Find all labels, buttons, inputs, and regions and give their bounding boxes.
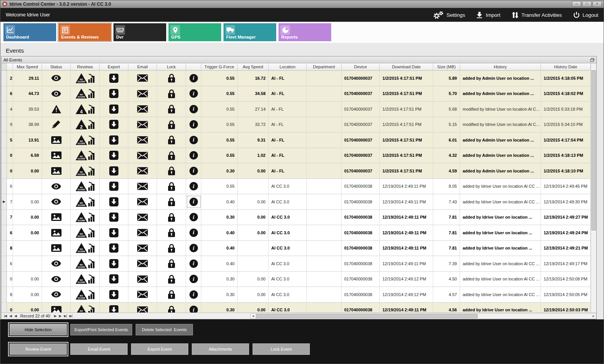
info-icon[interactable]: i <box>189 275 198 283</box>
review-score-icon[interactable]: NOSCORE <box>76 197 87 207</box>
review-score-icon[interactable]: 2 <box>76 119 87 129</box>
attachments-button[interactable]: Attachments <box>192 343 249 355</box>
horizontal-scrollbar-thumb[interactable] <box>256 314 478 318</box>
export-icon[interactable] <box>109 182 118 191</box>
review-score-icon[interactable]: NOSCORE <box>76 259 87 269</box>
export-icon[interactable] <box>109 89 118 98</box>
logout-action[interactable]: Logout <box>573 12 598 18</box>
review-score-icon[interactable]: 4 <box>76 104 87 114</box>
review-event-button[interactable]: Review Event <box>10 343 67 355</box>
table-row[interactable]: 644.73NOSCOREi0.5534.58Al - FL0170400000… <box>2 86 591 102</box>
review-chart-icon[interactable] <box>88 166 95 176</box>
settings-action[interactable]: Settings <box>433 11 465 19</box>
review-score-icon[interactable]: NOSCORE <box>76 212 87 222</box>
email-icon[interactable] <box>137 152 148 159</box>
scroll-left-arrow-icon[interactable]: ◂ <box>251 314 256 318</box>
review-chart-icon[interactable] <box>88 259 95 268</box>
info-icon[interactable]: i <box>189 105 198 113</box>
export-icon[interactable] <box>109 166 118 176</box>
lock-icon[interactable] <box>168 228 175 237</box>
email-icon[interactable] <box>137 245 148 252</box>
table-row[interactable]: 00.00NOSCOREi0.300.00Al CC 3.00170400000… <box>2 272 591 287</box>
table-row[interactable]: 00.00NOSCOREi0.300.00Al - FL017040000037… <box>2 163 591 179</box>
lock-icon[interactable] <box>168 89 175 98</box>
review-chart-icon[interactable] <box>88 135 95 145</box>
table-row[interactable]: 8NOSCOREi0.40Al CC 3.001704000003812/19/… <box>2 241 591 256</box>
tab-gps[interactable]: GPS <box>168 23 221 41</box>
info-icon[interactable]: i <box>189 306 198 312</box>
export-icon[interactable] <box>109 135 118 145</box>
table-row[interactable]: 439.534i0.5527.14Al - FL0170400000371/2/… <box>2 101 591 117</box>
tab-dashboard[interactable]: Dashboard <box>3 23 56 41</box>
review-score-icon[interactable]: NOSCORE <box>76 181 87 191</box>
export-icon[interactable] <box>109 197 118 206</box>
export-icon[interactable] <box>109 74 118 83</box>
review-chart-icon[interactable] <box>88 151 95 160</box>
tab-dvr[interactable]: Dvr <box>113 23 166 41</box>
review-score-icon[interactable]: NOSCORE <box>76 73 87 83</box>
info-icon[interactable]: i <box>189 182 198 190</box>
review-score-icon[interactable]: NOSCORE <box>76 228 87 238</box>
lock-icon[interactable] <box>168 73 175 83</box>
email-event-button[interactable]: Email Event <box>70 343 128 355</box>
info-icon[interactable]: i <box>189 167 198 175</box>
column-header-device[interactable]: Device <box>342 63 380 70</box>
info-icon[interactable]: i <box>189 136 198 144</box>
email-icon[interactable] <box>137 183 148 190</box>
maximize-button[interactable]: □ <box>582 1 591 7</box>
table-row[interactable]: 6NOSCOREi0.40Al CC 3.001704000003812/19/… <box>2 256 591 272</box>
column-header-size-mb[interactable]: Size (MB) <box>433 63 460 70</box>
review-chart-icon[interactable] <box>88 228 95 237</box>
review-chart-icon[interactable] <box>88 274 95 283</box>
column-header-reviews[interactable]: Reviews <box>71 63 100 70</box>
email-icon[interactable] <box>137 167 148 174</box>
export-icon[interactable] <box>109 259 118 268</box>
close-button[interactable]: × <box>593 1 602 7</box>
lock-icon[interactable] <box>168 213 175 222</box>
email-icon[interactable] <box>137 74 148 82</box>
export-icon[interactable] <box>109 274 118 283</box>
lock-icon[interactable] <box>168 166 175 176</box>
lock-event-button[interactable]: Lock Event <box>253 343 310 355</box>
column-header-max-speed[interactable]: Max Speed <box>13 63 42 70</box>
minimize-button[interactable]: – <box>572 1 581 7</box>
review-score-icon[interactable]: NOSCORE <box>76 305 87 312</box>
export-icon[interactable] <box>109 105 118 114</box>
email-icon[interactable] <box>137 275 148 283</box>
lock-icon[interactable] <box>168 274 175 284</box>
pager-nav-button[interactable]: ▶ <box>54 314 56 318</box>
info-icon[interactable]: i <box>189 290 198 299</box>
tab-events-reviews[interactable]: Events & Reviews <box>58 23 111 41</box>
review-chart-icon[interactable] <box>88 105 95 114</box>
table-row[interactable]: 70.00NOSCOREi0.300.00Al CC 3.00170400000… <box>2 210 591 225</box>
info-icon[interactable]: i <box>189 120 198 129</box>
email-icon[interactable] <box>137 121 148 128</box>
review-chart-icon[interactable] <box>88 74 95 83</box>
pager-nav-button[interactable]: ▶| <box>70 314 72 318</box>
lock-icon[interactable] <box>168 135 175 145</box>
column-header-email[interactable]: Email <box>128 63 157 70</box>
review-score-icon[interactable]: NOSCORE <box>76 290 87 300</box>
column-header-trigger-g-force[interactable]: Trigger G-Force <box>201 63 238 70</box>
table-row[interactable]: 513.91NOSCOREi0.559.31Al - FL01704000003… <box>2 132 591 148</box>
column-header-download-date[interactable]: Download Date <box>380 63 433 70</box>
column-header-avg-speed[interactable]: Avg Speed <box>238 63 269 70</box>
lock-icon[interactable] <box>168 182 175 191</box>
column-header-history[interactable]: History <box>460 63 541 70</box>
column-header-history-date[interactable]: History Date <box>541 63 591 70</box>
export-icon[interactable] <box>109 213 118 222</box>
transfer-activities-action[interactable]: Transfer Activities <box>512 12 562 18</box>
column-header-department[interactable]: Department <box>307 63 342 70</box>
lock-icon[interactable] <box>168 290 175 299</box>
lock-icon[interactable] <box>168 305 175 312</box>
pager-nav-button[interactable]: ▶| <box>64 314 66 318</box>
table-row[interactable]: 00.00NOSCOREi0.300.00Al CC 3.00170400000… <box>2 303 591 313</box>
pager-nav-button[interactable]: |◀ <box>4 314 6 318</box>
export-print-selected-events-button[interactable]: Export/Print Selected Events <box>70 324 132 335</box>
email-icon[interactable] <box>137 306 148 312</box>
table-row[interactable]: 60.00NOSCOREi0.400.00Al CC 3.00170400000… <box>2 225 591 241</box>
column-header-export[interactable]: Export <box>100 63 128 70</box>
review-chart-icon[interactable] <box>88 305 95 312</box>
tab-reports[interactable]: Reports <box>279 23 331 41</box>
table-row[interactable]: 938.992i0.5533.72Al - FL0170400000371/2/… <box>2 117 591 133</box>
